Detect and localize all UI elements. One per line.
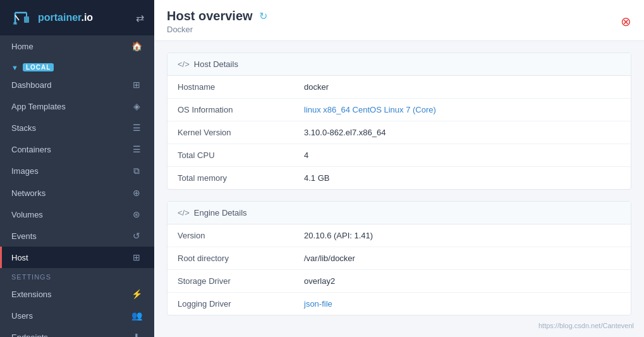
detail-value: overlay2: [294, 270, 631, 293]
detail-label: Total memory: [167, 167, 294, 190]
code-icon: </>: [178, 59, 190, 69]
detail-label: Root directory: [167, 247, 294, 270]
engine-details-table: Version 20.10.6 (API: 1.41) Root directo…: [167, 224, 631, 315]
table-row: Total memory 4.1 GB: [167, 167, 631, 190]
logo-text: portainer.io: [38, 12, 93, 23]
sidebar-item-containers[interactable]: Containers ☰: [0, 138, 154, 160]
table-row: Version 20.10.6 (API: 1.41): [167, 224, 631, 247]
users-label: Users: [11, 311, 33, 321]
table-row: Storage Driver overlay2: [167, 270, 631, 293]
engine-code-icon: </>: [178, 208, 190, 218]
header-subtitle: Docker: [167, 25, 267, 34]
portainer-logo-icon: [10, 6, 33, 29]
sidebar-logo: portainer.io ⇄: [0, 0, 154, 35]
main-header: Host overview ↻ Docker ⊗: [154, 0, 644, 41]
engine-details-card: </> Engine Details Version 20.10.6 (API:…: [167, 201, 631, 316]
host-icon: ⊞: [130, 252, 143, 262]
close-button[interactable]: ⊗: [621, 15, 631, 28]
detail-label: Logging Driver: [167, 293, 294, 316]
sidebar-item-app-templates[interactable]: App Templates ◈: [0, 95, 154, 117]
containers-icon: ☰: [130, 144, 143, 154]
host-label: Host: [11, 253, 28, 262]
header-left: Host overview ↻ Docker: [167, 9, 267, 34]
page-title: Host overview: [167, 9, 253, 23]
containers-label: Containers: [11, 145, 51, 154]
detail-value: linux x86_64 CentOS Linux 7 (Core): [294, 99, 631, 121]
svg-rect-0: [10, 6, 33, 29]
sidebar-item-host[interactable]: Host ⊞: [0, 247, 154, 268]
sidebar: portainer.io ⇄ Home 🏠 ▼ LOCAL Dashboard …: [0, 0, 154, 337]
detail-label: Hostname: [167, 76, 294, 99]
host-details-title: Host Details: [194, 59, 238, 69]
app-templates-label: App Templates: [11, 102, 66, 111]
users-icon: 👥: [130, 310, 143, 321]
extensions-icon: ⚡: [130, 289, 143, 299]
detail-value: docker: [294, 76, 631, 99]
sidebar-item-home[interactable]: Home 🏠: [0, 35, 154, 57]
host-details-card: </> Host Details Hostname docker OS Info…: [167, 52, 631, 190]
stacks-icon: ☰: [130, 123, 143, 133]
header-title-row: Host overview ↻: [167, 9, 267, 23]
detail-value: /var/lib/docker: [294, 247, 631, 270]
table-row: Kernel Version 3.10.0-862.el7.x86_64: [167, 121, 631, 144]
local-section-header: ▼ LOCAL: [0, 57, 154, 74]
images-icon: ⧉: [130, 166, 143, 176]
sidebar-item-endpoints[interactable]: Endpoints ⬇: [0, 326, 154, 337]
sidebar-item-stacks[interactable]: Stacks ☰: [0, 117, 154, 138]
detail-value: 3.10.0-862.el7.x86_64: [294, 121, 631, 144]
engine-details-title: Engine Details: [194, 208, 247, 218]
home-label: Home: [11, 42, 33, 51]
local-badge: LOCAL: [23, 63, 54, 71]
extensions-label: Extensions: [11, 290, 52, 299]
svg-rect-5: [24, 16, 29, 23]
sidebar-item-dashboard[interactable]: Dashboard ⊞: [0, 74, 154, 95]
detail-label: Version: [167, 224, 294, 247]
refresh-icon[interactable]: ↻: [259, 10, 267, 22]
endpoints-label: Endpoints: [11, 333, 48, 338]
detail-label: OS Information: [167, 99, 294, 121]
dashboard-icon: ⊞: [130, 80, 143, 90]
sidebar-nav: Home 🏠 ▼ LOCAL Dashboard ⊞ App Templates…: [0, 35, 154, 337]
sidebar-item-images[interactable]: Images ⧉: [0, 160, 154, 182]
table-row: OS Information linux x86_64 CentOS Linux…: [167, 99, 631, 121]
detail-value: 4.1 GB: [294, 167, 631, 190]
table-row: Root directory /var/lib/docker: [167, 247, 631, 270]
svg-rect-6: [13, 22, 17, 25]
engine-details-header: </> Engine Details: [167, 202, 631, 224]
main-body: </> Host Details Hostname docker OS Info…: [154, 41, 644, 337]
main-content-area: Host overview ↻ Docker ⊗ </> Host Detail…: [154, 0, 644, 337]
host-details-table: Hostname docker OS Information linux x86…: [167, 76, 631, 189]
detail-value: 20.10.6 (API: 1.41): [294, 224, 631, 247]
table-row: Hostname docker: [167, 76, 631, 99]
stacks-label: Stacks: [11, 123, 36, 133]
switch-endpoint-icon[interactable]: ⇄: [136, 12, 144, 24]
detail-label: Storage Driver: [167, 270, 294, 293]
sidebar-item-extensions[interactable]: Extensions ⚡: [0, 283, 154, 305]
settings-section-header: SETTINGS: [0, 268, 154, 283]
home-icon: 🏠: [130, 41, 143, 51]
app-templates-icon: ◈: [130, 101, 143, 111]
networks-label: Networks: [11, 188, 46, 198]
endpoints-icon: ⬇: [130, 332, 143, 337]
table-row: Total CPU 4: [167, 144, 631, 167]
events-label: Events: [11, 231, 37, 241]
sidebar-item-networks[interactable]: Networks ⊕: [0, 182, 154, 204]
networks-icon: ⊕: [130, 188, 143, 198]
dashboard-label: Dashboard: [11, 80, 52, 90]
bolt-icon: ▼: [11, 64, 19, 71]
detail-value: 4: [294, 144, 631, 167]
volumes-icon: ⊛: [130, 209, 143, 219]
detail-label: Total CPU: [167, 144, 294, 167]
sidebar-item-users[interactable]: Users 👥: [0, 305, 154, 326]
volumes-label: Volumes: [11, 210, 43, 219]
detail-label: Kernel Version: [167, 121, 294, 144]
sidebar-item-events[interactable]: Events ↺: [0, 225, 154, 247]
events-icon: ↺: [130, 231, 143, 241]
table-row: Logging Driver json-file: [167, 293, 631, 316]
images-label: Images: [11, 166, 39, 176]
host-details-header: </> Host Details: [167, 53, 631, 76]
sidebar-item-volumes[interactable]: Volumes ⊛: [0, 204, 154, 225]
detail-value: json-file: [294, 293, 631, 316]
